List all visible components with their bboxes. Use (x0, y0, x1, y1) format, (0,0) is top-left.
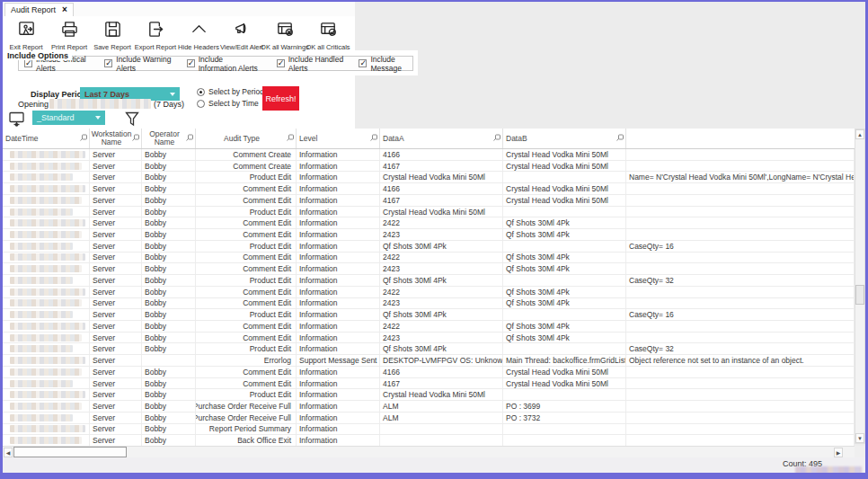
toolbar-button-label: Exit Report (9, 43, 42, 51)
table-row[interactable]: Server Bobby Product Edit Information Qf… (3, 241, 855, 253)
cell-message (626, 378, 855, 389)
cell-audit-type: Product Edit (196, 389, 297, 400)
cell-workstation: Server (90, 241, 142, 252)
horizontal-scrollbar[interactable]: ◀ ▶ (3, 446, 855, 457)
table-row[interactable]: Server Bobby Comment Edit Information 24… (3, 298, 855, 310)
cell-level: Information (297, 263, 380, 274)
include-information-checkbox[interactable]: Include Information Alerts (187, 55, 262, 73)
table-row[interactable]: Server Bobby Comment Edit Information 24… (3, 217, 855, 229)
column-header-datetime[interactable]: DateTime (3, 129, 90, 148)
scroll-up-icon[interactable]: ▲ (855, 129, 864, 139)
column-header-dataB[interactable]: DataB (503, 129, 626, 148)
filter-funnel-icon[interactable] (125, 111, 139, 130)
include-handled-checkbox[interactable]: Include Handled Alerts (277, 55, 345, 73)
column-header-workstation[interactable]: Workstation Name (90, 129, 142, 148)
cell-message (626, 401, 855, 412)
pin-icon[interactable] (370, 134, 377, 143)
table-row[interactable]: Server Bobby Comment Edit Information 41… (3, 378, 855, 390)
cell-level: Information (297, 172, 380, 182)
cell-level: Information (297, 343, 380, 354)
include-message-checkbox[interactable]: Include Message (359, 55, 412, 73)
pin-icon[interactable] (80, 134, 87, 143)
horizontal-scroll-thumb[interactable] (13, 447, 127, 457)
toolbar-button-label: Print Report (51, 43, 87, 51)
cell-audit-type: Product Edit (196, 309, 297, 320)
datetime-redacted (10, 334, 82, 342)
pin-icon[interactable] (132, 134, 139, 143)
table-row[interactable]: Server Bobby Comment Edit Information 41… (3, 183, 855, 195)
table-row[interactable]: Server Bobby Comment Edit Information 24… (3, 229, 855, 241)
cell-workstation: Server (90, 412, 142, 423)
cell-dataA: Qf Shots 30Ml 4Pk (380, 309, 503, 320)
column-header-operator[interactable]: Operator Name (142, 129, 196, 148)
cell-message (626, 253, 855, 263)
table-row[interactable]: Server Bobby Product Edit Information Qf… (3, 309, 855, 321)
pin-icon[interactable] (287, 134, 294, 143)
table-row[interactable]: Server Bobby Purchase Order Receive Full… (3, 412, 855, 424)
cell-message: Name= N'Crystal Head Vodka Mini 50Ml',Lo… (626, 172, 855, 182)
exit-report-button[interactable]: Exit Report (4, 18, 48, 51)
cell-level: Information (297, 183, 380, 194)
table-row[interactable]: Server Bobby Comment Edit Information 24… (3, 263, 855, 275)
table-row[interactable]: Server Bobby Comment Edit Information 24… (3, 333, 855, 344)
table-row[interactable]: Server Bobby Comment Create Information … (3, 149, 855, 161)
cell-dataA: 2422 (380, 287, 503, 297)
cell-level: Information (297, 424, 380, 435)
table-row[interactable]: Server Bobby Product Edit Information Cr… (3, 207, 855, 218)
screen-view-icon[interactable] (9, 111, 25, 130)
select-by-time-radio[interactable]: Select by Time (197, 99, 264, 108)
cell-audit-type: Comment Create (196, 161, 297, 172)
scroll-down-icon[interactable]: ▼ (855, 433, 864, 443)
table-row[interactable]: Server Bobby Product Edit Information Cr… (3, 389, 855, 401)
table-row[interactable]: Server Bobby Report Period Summary Infor… (3, 424, 855, 436)
ok-all-warnings-button[interactable]: OK all Warnings (263, 18, 306, 51)
cell-datetime (3, 183, 90, 194)
refresh-button[interactable]: Refresh! (262, 86, 299, 111)
cell-datetime (3, 161, 90, 172)
view-edit-alert-button[interactable]: View/Edit Alert (220, 18, 263, 51)
table-row[interactable]: Server Bobby Product Edit Information Cr… (3, 172, 855, 183)
include-warning-checkbox[interactable]: Include Warning Alerts (104, 55, 172, 73)
pin-icon[interactable] (493, 134, 500, 143)
table-row[interactable]: Server Bobby Comment Create Information … (3, 161, 855, 173)
close-icon[interactable]: × (62, 5, 67, 14)
save-report-button[interactable]: Save Report (91, 18, 134, 51)
cell-datetime (3, 321, 90, 332)
pin-icon[interactable] (186, 134, 193, 143)
table-row[interactable]: Server Bobby Comment Edit Information 24… (3, 287, 855, 298)
table-row[interactable]: Server Bobby Purchase Order Receive Full… (3, 401, 855, 412)
table-row[interactable]: Server Bobby Comment Edit Information 24… (3, 321, 855, 333)
table-row[interactable]: Server Bobby Product Edit Information Qf… (3, 343, 855, 355)
tab-audit-report[interactable]: Audit Report × (4, 3, 74, 16)
cell-datetime (3, 389, 90, 400)
table-row[interactable]: Server Bobby Product Edit Information Qf… (3, 275, 855, 287)
cell-workstation: Server (90, 149, 142, 160)
column-header-level[interactable]: Level (297, 129, 380, 148)
cell-audit-type: Comment Edit (196, 263, 297, 274)
table-row[interactable]: Server Bobby Comment Edit Information 41… (3, 195, 855, 207)
scroll-left-icon[interactable]: ◀ (4, 448, 13, 457)
ok-all-criticals-button[interactable]: OK all Criticals (306, 18, 350, 51)
column-header-audit-type[interactable]: Audit Type (196, 129, 297, 148)
cell-workstation: Server (90, 229, 142, 240)
datetime-redacted (10, 323, 85, 330)
tab-title: Audit Report (11, 5, 56, 14)
grid-layout-select[interactable]: _Standard (32, 111, 105, 125)
vertical-scrollbar[interactable]: ▲ ▼ (855, 129, 865, 444)
column-header-message[interactable] (626, 129, 855, 148)
toolbar-button-label: Save Report (93, 43, 131, 51)
table-row[interactable]: Server Errorlog Support Message Sent DES… (3, 355, 855, 367)
cell-operator: Bobby (142, 333, 196, 343)
scroll-right-icon[interactable]: ▶ (834, 448, 843, 457)
print-report-button[interactable]: Print Report (48, 18, 91, 51)
cell-dataB: Crystal Head Vodka Mini 50Ml (503, 149, 626, 160)
table-row[interactable]: Server Bobby Comment Edit Information 41… (3, 367, 855, 378)
table-row[interactable]: Server Bobby Comment Edit Information 24… (3, 253, 855, 264)
cell-audit-type: Comment Edit (196, 298, 297, 309)
hide-headers-button[interactable]: Hide Headers (177, 18, 220, 51)
export-report-button[interactable]: Export Report (134, 18, 177, 51)
pin-icon[interactable] (616, 134, 624, 143)
vertical-scroll-thumb[interactable] (855, 285, 864, 305)
select-by-period-radio[interactable]: Select by Period (197, 87, 264, 96)
column-header-dataA[interactable]: DataA (380, 129, 503, 148)
